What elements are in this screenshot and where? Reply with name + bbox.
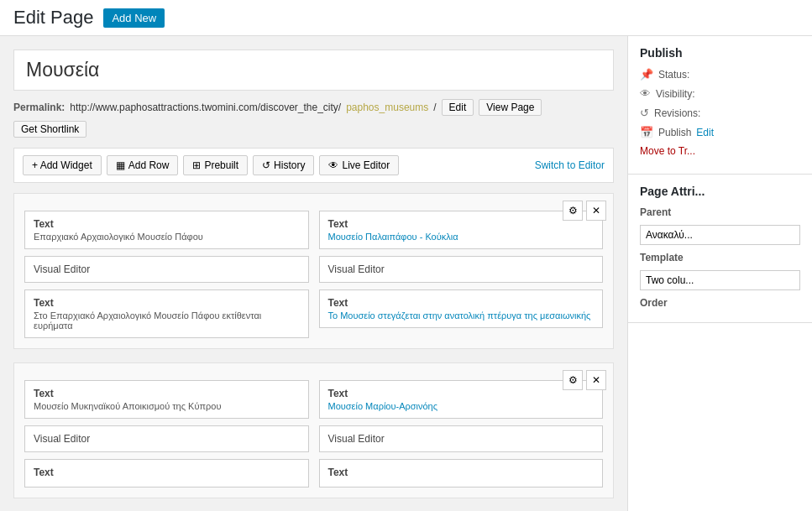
template-input[interactable] bbox=[640, 270, 800, 290]
visual-editor-4: Visual Editor bbox=[319, 425, 604, 452]
row-1: ⚙ ✕ Text Επαρχιακό Αρχαιολογικό Μουσείο … bbox=[13, 193, 614, 349]
permalink-row: Permalink: http://www.paphosattractions.… bbox=[13, 99, 614, 138]
visual-editor-1-label: Visual Editor bbox=[34, 263, 300, 275]
widget-text-2: Text Μουσείο Παλαιπάφου - Κούκλια bbox=[319, 211, 604, 249]
permalink-edit-button[interactable]: Edit bbox=[442, 99, 474, 116]
widget-text-4: Text Το Μουσείο στεγάζεται στην ανατολικ… bbox=[319, 289, 604, 328]
visibility-label: Visibility: bbox=[656, 88, 694, 100]
revisions-icon: ↺ bbox=[640, 107, 649, 119]
row-1-settings-button[interactable]: ⚙ bbox=[563, 201, 583, 221]
view-page-button[interactable]: View Page bbox=[479, 99, 542, 116]
visual-editor-3-label: Visual Editor bbox=[34, 433, 300, 445]
prebuilt-button[interactable]: ⊞ Prebuilt bbox=[183, 155, 248, 175]
status-row: 📌 Status: bbox=[640, 68, 800, 81]
widget-text-3: Text Στο Επαρχιακό Αρχαιολογικό Μουσείο … bbox=[24, 289, 309, 338]
publish-icon: 📅 bbox=[640, 126, 653, 138]
widget-text-1: Text Επαρχιακό Αρχαιολογικό Μουσείο Πάφο… bbox=[24, 211, 309, 249]
get-shortlink-button[interactable]: Get Shortlink bbox=[13, 121, 86, 138]
row-2-delete-button[interactable]: ✕ bbox=[586, 370, 606, 390]
visual-editor-1: Visual Editor bbox=[24, 256, 309, 283]
publish-section-title: Publish bbox=[640, 46, 800, 60]
row-1-col-2: Text Μουσείο Παλαιπάφου - Κούκλια Visual… bbox=[319, 211, 604, 338]
page-title: Edit Page bbox=[13, 7, 93, 29]
row-2-col-2: Text Μουσείο Μαρίου-Αρσινόης Visual Edit… bbox=[319, 380, 604, 488]
widget-text-3-label: Text bbox=[34, 297, 300, 309]
template-label: Template bbox=[640, 252, 800, 263]
add-row-button[interactable]: ▦ Add Row bbox=[107, 155, 179, 175]
page-attributes-section: Page Attri... Parent Template Order bbox=[628, 175, 812, 323]
widget-text-6-label: Text bbox=[328, 388, 595, 399]
parent-input[interactable] bbox=[640, 225, 800, 245]
edit-publish-link[interactable]: Edit bbox=[696, 127, 714, 138]
status-icon: 📌 bbox=[640, 68, 653, 81]
switch-editor-link[interactable]: Switch to Editor bbox=[535, 159, 605, 171]
revisions-label: Revisions: bbox=[654, 107, 700, 119]
visual-editor-3: Visual Editor bbox=[24, 425, 309, 452]
live-editor-label: Live Editor bbox=[342, 159, 390, 171]
toolbar: + Add Widget ▦ Add Row ⊞ Prebuilt ↺ Hist… bbox=[13, 148, 614, 183]
visibility-icon: 👁 bbox=[640, 87, 651, 100]
visibility-row: 👁 Visibility: bbox=[640, 87, 800, 100]
permalink-url-prefix: http://www.paphosattractions.twomini.com… bbox=[70, 102, 341, 113]
move-to-trash-row: Move to Tr... bbox=[640, 145, 800, 157]
row-2-settings-button[interactable]: ⚙ bbox=[563, 370, 583, 390]
row-2-columns: Text Μουσείο Μυκηναϊκού Αποικισμού της Κ… bbox=[24, 380, 603, 488]
order-label: Order bbox=[640, 297, 800, 309]
history-button[interactable]: ↺ History bbox=[253, 155, 314, 175]
publish-label: Publish bbox=[658, 127, 691, 138]
move-to-trash-link[interactable]: Move to Tr... bbox=[640, 145, 695, 157]
prebuilt-icon: ⊞ bbox=[192, 159, 201, 171]
widget-text-5-content: Μουσείο Μυκηναϊκού Αποικισμού της Κύπρου bbox=[34, 401, 300, 411]
row-2: ⚙ ✕ Text Μουσείο Μυκηναϊκού Αποικισμού τ… bbox=[13, 362, 614, 498]
prebuilt-label: Prebuilt bbox=[204, 159, 238, 171]
row-2-actions: ⚙ ✕ bbox=[563, 370, 606, 390]
widget-text-5: Text Μουσείο Μυκηναϊκού Αποικισμού της Κ… bbox=[24, 380, 309, 419]
live-editor-icon: 👁 bbox=[328, 159, 338, 171]
widget-text-3-content: Στο Επαρχιακό Αρχαιολογικό Μουσείο Πάφου… bbox=[34, 310, 300, 331]
sidebar: Publish 📌 Status: 👁 Visibility: ↺ Revisi… bbox=[627, 36, 812, 511]
widget-text-8: Text bbox=[319, 459, 604, 488]
widget-text-1-label: Text bbox=[34, 218, 300, 230]
widget-text-1-content: Επαρχιακό Αρχαιολογικό Μουσείο Πάφου bbox=[34, 232, 300, 242]
status-label: Status: bbox=[658, 69, 689, 81]
row-1-actions: ⚙ ✕ bbox=[563, 201, 606, 221]
page-name-input[interactable] bbox=[13, 50, 614, 91]
widget-text-4-content: Το Μουσείο στεγάζεται στην ανατολική πτέ… bbox=[328, 310, 595, 321]
widget-text-7: Text bbox=[24, 459, 309, 488]
widget-text-4-label: Text bbox=[328, 297, 595, 309]
row-1-col-1: Text Επαρχιακό Αρχαιολογικό Μουσείο Πάφο… bbox=[24, 211, 309, 338]
add-row-label: Add Row bbox=[128, 159, 170, 171]
publish-section: Publish 📌 Status: 👁 Visibility: ↺ Revisi… bbox=[628, 36, 812, 175]
publish-row: 📅 Publish Edit bbox=[640, 126, 800, 138]
history-icon: ↺ bbox=[262, 159, 270, 171]
widget-text-2-content: Μουσείο Παλαιπάφου - Κούκλια bbox=[328, 232, 595, 242]
widget-text-2-label: Text bbox=[328, 218, 595, 230]
permalink-url-highlighted: paphos_museums bbox=[346, 102, 428, 113]
widget-text-7-label: Text bbox=[34, 467, 300, 478]
permalink-label: Permalink: bbox=[13, 102, 65, 113]
visual-editor-4-label: Visual Editor bbox=[328, 433, 595, 445]
row-2-col-1: Text Μουσείο Μυκηναϊκού Αποικισμού της Κ… bbox=[24, 380, 309, 488]
widget-text-6-content: Μουσείο Μαρίου-Αρσινόης bbox=[328, 401, 595, 411]
widget-text-8-label: Text bbox=[328, 467, 595, 478]
live-editor-button[interactable]: 👁 Live Editor bbox=[319, 155, 399, 175]
page-attributes-title: Page Attri... bbox=[640, 185, 800, 198]
visual-editor-2-label: Visual Editor bbox=[328, 263, 595, 275]
permalink-url-suffix: / bbox=[433, 102, 436, 113]
add-new-button[interactable]: Add New bbox=[103, 8, 165, 28]
parent-label: Parent bbox=[640, 206, 800, 218]
row-1-columns: Text Επαρχιακό Αρχαιολογικό Μουσείο Πάφο… bbox=[24, 211, 603, 338]
widget-text-5-label: Text bbox=[34, 388, 300, 399]
widget-text-6: Text Μουσείο Μαρίου-Αρσινόης bbox=[319, 380, 604, 419]
revisions-row: ↺ Revisions: bbox=[640, 107, 800, 119]
history-label: History bbox=[274, 159, 305, 171]
row-1-delete-button[interactable]: ✕ bbox=[586, 201, 606, 221]
add-widget-button[interactable]: + Add Widget bbox=[23, 155, 102, 175]
add-row-icon: ▦ bbox=[116, 159, 125, 171]
visual-editor-2: Visual Editor bbox=[319, 256, 604, 283]
